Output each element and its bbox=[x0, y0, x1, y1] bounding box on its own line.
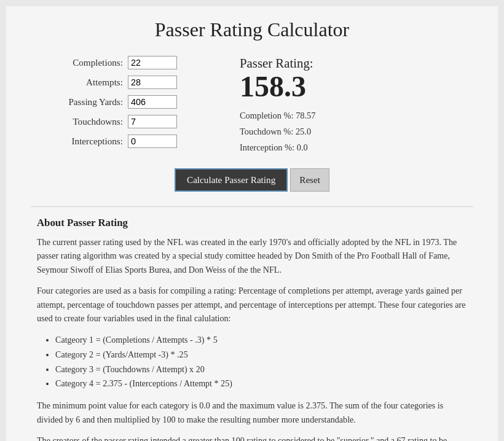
interceptions-input[interactable] bbox=[128, 135, 177, 148]
touchdowns-label: Touchdowns: bbox=[43, 116, 123, 127]
page-title: Passer Rating Calculator bbox=[31, 18, 473, 41]
reset-button[interactable]: Reset bbox=[290, 168, 329, 192]
formula-list: Catgeory 1 = (Completions / Attempts - .… bbox=[37, 333, 467, 392]
result-section: Passer Rating: 158.3 Completion %: 78.57… bbox=[240, 56, 316, 156]
attempts-row: Attempts: bbox=[43, 76, 215, 89]
page-wrapper: Passer Rating Calculator Completions: At… bbox=[6, 6, 498, 441]
calculator-section: Completions: Attempts: Passing Yards: To… bbox=[31, 56, 473, 156]
formula-item-4: Category 4 = 2.375 - (Interceptions / At… bbox=[55, 377, 467, 391]
touchdown-pct: Touchdown %: 25.0 bbox=[240, 124, 316, 140]
about-section: About Passer Rating The current passer r… bbox=[31, 217, 473, 441]
result-value: 158.3 bbox=[240, 71, 316, 103]
about-paragraph4: The creators of the passer rating intend… bbox=[37, 434, 467, 441]
input-form: Completions: Attempts: Passing Yards: To… bbox=[43, 56, 215, 148]
about-paragraph2: Four categories are used as a basis for … bbox=[37, 284, 467, 326]
formula-item-3: Category 3 = (Touchdowns / Attempt) x 20 bbox=[55, 362, 467, 377]
completion-pct: Completion %: 78.57 bbox=[240, 108, 316, 124]
completions-row: Completions: bbox=[43, 56, 215, 69]
calculate-button[interactable]: Calculate Passer Rating bbox=[175, 168, 288, 192]
passing-yards-row: Passing Yards: bbox=[43, 95, 215, 109]
attempts-input[interactable] bbox=[128, 76, 177, 89]
interception-pct: Interception %: 0.0 bbox=[240, 140, 316, 156]
buttons-row: Calculate Passer Rating Reset bbox=[31, 168, 473, 192]
divider bbox=[31, 206, 473, 207]
formula-item-2: Category 2 = (Yards/Attempt -3) * .25 bbox=[55, 348, 467, 362]
result-stats: Completion %: 78.57 Touchdown %: 25.0 In… bbox=[240, 108, 316, 156]
about-heading: About Passer Rating bbox=[37, 217, 467, 229]
about-paragraph3: The minimum point value for each categor… bbox=[37, 399, 467, 426]
touchdowns-input[interactable] bbox=[128, 115, 177, 128]
attempts-label: Attempts: bbox=[43, 77, 123, 88]
interceptions-label: Interceptions: bbox=[43, 136, 123, 147]
completions-label: Completions: bbox=[43, 57, 123, 68]
result-label: Passer Rating: bbox=[240, 56, 316, 71]
passing-yards-label: Passing Yards: bbox=[43, 96, 123, 107]
about-paragraph1: The current passer rating used by the NF… bbox=[37, 235, 467, 277]
touchdowns-row: Touchdowns: bbox=[43, 115, 215, 128]
interceptions-row: Interceptions: bbox=[43, 135, 215, 148]
formula-item-1: Catgeory 1 = (Completions / Attempts - .… bbox=[55, 333, 467, 348]
passing-yards-input[interactable] bbox=[128, 95, 177, 109]
completions-input[interactable] bbox=[128, 56, 177, 69]
